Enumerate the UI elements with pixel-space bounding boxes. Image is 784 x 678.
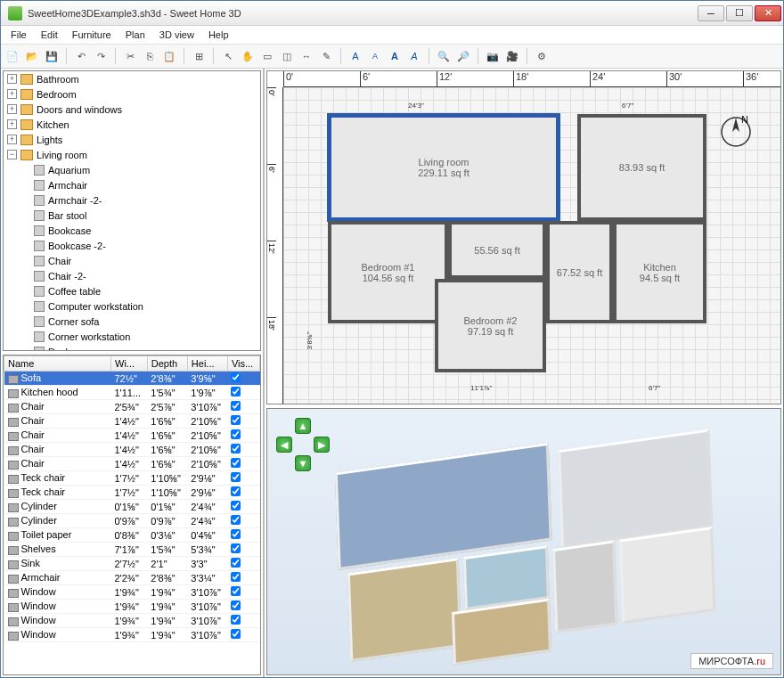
visible-checkbox[interactable] (231, 572, 241, 582)
tree-item[interactable]: Corner workstation (4, 329, 260, 344)
visible-checkbox[interactable] (231, 444, 241, 453)
tree-category[interactable]: +Kitchen (4, 117, 260, 132)
expand-icon[interactable]: + (7, 74, 17, 84)
room-bedroom1[interactable]: Bedroom #1 104.56 sq ft (328, 221, 448, 323)
bold-icon[interactable]: A (387, 48, 403, 64)
tree-item[interactable]: Chair (4, 253, 260, 268)
catalog-tree[interactable]: +Bathroom+Bedroom+Doors and windows+Kitc… (3, 70, 261, 351)
italic-icon[interactable]: A (406, 48, 422, 64)
cut-icon[interactable]: ✂ (122, 48, 138, 64)
column-header[interactable]: Name (4, 356, 111, 372)
table-row[interactable]: Chair1'4½"1'6⅝"2'10⅝" (4, 443, 260, 457)
wall-icon[interactable]: ▭ (259, 48, 275, 64)
table-row[interactable]: Shelves7'1⅞"1'5¾"5'3¾" (4, 543, 260, 557)
room-4[interactable]: 55.56 sq ft (448, 221, 546, 279)
visible-checkbox[interactable] (231, 600, 241, 610)
menu-file[interactable]: File (4, 28, 33, 42)
menu-plan[interactable]: Plan (119, 28, 151, 42)
visible-checkbox[interactable] (231, 415, 241, 425)
add-furniture-icon[interactable]: ⊞ (191, 48, 207, 64)
tree-item[interactable]: Computer workstation (4, 298, 260, 314)
tree-item[interactable]: Chair -2- (4, 268, 260, 283)
expand-icon[interactable]: + (7, 89, 17, 99)
expand-icon[interactable]: + (7, 119, 17, 129)
room-kitchen[interactable]: Kitchen 94.5 sq ft (613, 221, 706, 323)
collapse-icon[interactable]: − (7, 150, 17, 159)
nav-up-icon[interactable]: ▲ (295, 418, 311, 434)
floorplan[interactable]: Living room 229.11 sq ft 83.93 sq ft Bed… (328, 114, 738, 390)
pan-icon[interactable]: ✋ (240, 48, 256, 64)
tree-category[interactable]: +Bathroom (4, 71, 260, 86)
table-row[interactable]: Toilet paper0'8⅜"0'3⅛"0'4⅝" (4, 528, 260, 543)
dimension-icon[interactable]: ↔ (298, 48, 314, 64)
table-row[interactable]: Sofa72½"2'8⅜"3'9⅝" (4, 372, 260, 386)
column-header[interactable]: Depth (147, 356, 187, 372)
table-row[interactable]: Window1'9¾"1'9¾"3'10⅞" (4, 585, 260, 600)
table-row[interactable]: Window1'9¾"1'9¾"3'10⅞" (4, 628, 260, 642)
tree-category[interactable]: +Lights (4, 132, 260, 147)
undo-icon[interactable]: ↶ (73, 48, 89, 64)
menu-3dview[interactable]: 3D view (153, 28, 200, 42)
minimize-button[interactable]: ─ (698, 5, 724, 21)
visible-checkbox[interactable] (231, 472, 241, 482)
room-2[interactable]: 83.93 sq ft (577, 114, 706, 221)
tree-item[interactable]: Armchair (4, 177, 260, 192)
column-header[interactable]: Hei... (187, 356, 227, 372)
visible-checkbox[interactable] (231, 543, 241, 553)
save-icon[interactable]: 💾 (44, 48, 60, 64)
photo-icon[interactable]: 📷 (485, 48, 501, 64)
room-living-room[interactable]: Living room 229.11 sq ft (328, 114, 559, 221)
maximize-button[interactable]: ☐ (726, 5, 753, 21)
visible-checkbox[interactable] (231, 558, 241, 568)
visible-checkbox[interactable] (231, 629, 241, 639)
tree-item[interactable]: Bar stool (4, 208, 260, 223)
tree-category-open[interactable]: −Living room (4, 147, 260, 162)
new-icon[interactable]: 📄 (4, 48, 20, 64)
menu-edit[interactable]: Edit (35, 28, 64, 42)
column-header[interactable]: Vis... (227, 356, 259, 372)
nav-right-icon[interactable]: ▶ (314, 437, 330, 453)
select-icon[interactable]: ↖ (220, 48, 236, 64)
titlebar[interactable]: SweetHome3DExample3.sh3d - Sweet Home 3D… (1, 1, 783, 26)
text-icon[interactable]: ✎ (318, 48, 334, 64)
table-row[interactable]: Chair1'4½"1'6⅝"2'10⅝" (4, 457, 260, 471)
font-down-icon[interactable]: A (367, 48, 383, 64)
table-row[interactable]: Chair2'5¾"2'5⅞"3'10⅞" (4, 400, 260, 414)
tree-item[interactable]: Coffee table (4, 283, 260, 298)
visible-checkbox[interactable] (231, 458, 241, 468)
tree-item[interactable]: Armchair -2- (4, 192, 260, 208)
table-row[interactable]: Armchair2'2¾"2'8⅜"3'3¼" (4, 571, 260, 585)
table-row[interactable]: Chair1'4½"1'6⅝"2'10⅝" (4, 414, 260, 429)
visible-checkbox[interactable] (231, 615, 241, 625)
redo-icon[interactable]: ↷ (93, 48, 109, 64)
tree-item[interactable]: Aquarium (4, 162, 260, 177)
house-3d[interactable] (335, 418, 734, 675)
table-row[interactable]: Teck chair1'7½"1'10⅝"2'9⅛" (4, 471, 260, 486)
visible-checkbox[interactable] (231, 501, 241, 511)
zoom-in-icon[interactable]: 🔍 (436, 48, 452, 64)
table-row[interactable]: Teck chair1'7½"1'10⅝"2'9⅛" (4, 486, 260, 500)
tree-item[interactable]: Bookcase -2- (4, 238, 260, 253)
copy-icon[interactable]: ⎘ (142, 48, 158, 64)
font-up-icon[interactable]: A (347, 48, 363, 64)
furniture-table[interactable]: NameWi...DepthHei...Vis... Sofa72½"2'8⅜"… (3, 355, 261, 675)
expand-icon[interactable]: + (7, 104, 17, 114)
tree-category[interactable]: +Bedroom (4, 86, 260, 102)
menu-help[interactable]: Help (202, 28, 235, 42)
column-header[interactable]: Wi... (111, 356, 148, 372)
visible-checkbox[interactable] (231, 515, 241, 525)
close-button[interactable]: ✕ (755, 5, 781, 21)
table-row[interactable]: Window1'9¾"1'9¾"3'10⅞" (4, 614, 260, 628)
table-row[interactable]: Cylinder0'9⅞"0'9⅞"2'4¾" (4, 514, 260, 528)
tree-item[interactable]: Desk (4, 344, 260, 351)
tree-item[interactable]: Bookcase (4, 223, 260, 238)
menu-furniture[interactable]: Furniture (66, 28, 118, 42)
room-icon[interactable]: ◫ (279, 48, 295, 64)
tree-category[interactable]: +Doors and windows (4, 102, 260, 117)
table-row[interactable]: Sink2'7½"2'1"3'3" (4, 557, 260, 571)
settings-icon[interactable]: ⚙ (534, 48, 550, 64)
table-row[interactable]: Window1'9¾"1'9¾"3'10⅞" (4, 600, 260, 614)
room-5[interactable]: 67.52 sq ft (546, 221, 613, 323)
tree-item[interactable]: Corner sofa (4, 314, 260, 329)
nav-down-icon[interactable]: ▼ (295, 455, 311, 471)
